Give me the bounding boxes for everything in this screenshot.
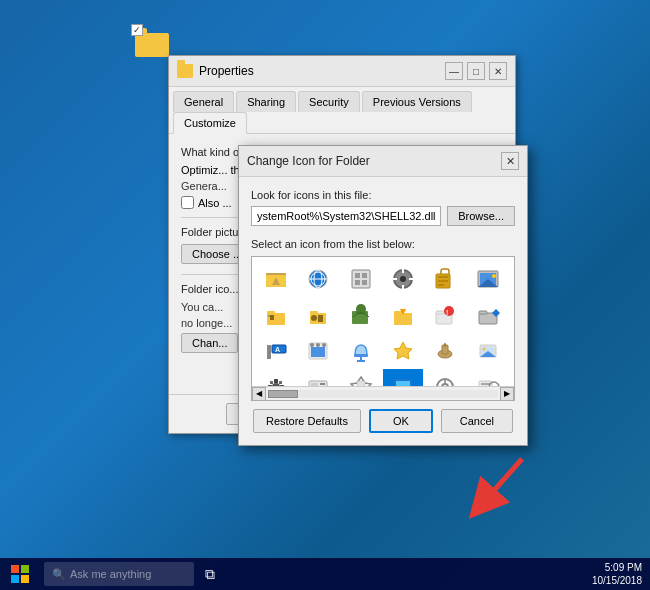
tab-customize[interactable]: Customize bbox=[173, 112, 247, 134]
svg-rect-9 bbox=[362, 273, 367, 278]
icon-cell-7[interactable] bbox=[298, 297, 338, 333]
also-label: Also ... bbox=[198, 197, 232, 209]
title-left: Properties bbox=[177, 64, 254, 78]
icon-cell-12[interactable]: A bbox=[256, 333, 296, 369]
icon-cell-17[interactable] bbox=[468, 333, 508, 369]
icon-cell-1[interactable] bbox=[298, 261, 338, 297]
properties-titlebar: Properties — □ ✕ bbox=[169, 56, 515, 87]
svg-rect-52 bbox=[311, 347, 325, 357]
scroll-track[interactable] bbox=[268, 390, 498, 398]
svg-rect-56 bbox=[354, 354, 368, 357]
svg-point-64 bbox=[482, 348, 485, 351]
file-path-row: Browse... bbox=[251, 206, 515, 226]
file-path-input[interactable] bbox=[251, 206, 441, 226]
icon-cell-2[interactable] bbox=[341, 261, 381, 297]
svg-text:!: ! bbox=[446, 309, 448, 316]
tab-security[interactable]: Security bbox=[298, 91, 360, 112]
svg-rect-20 bbox=[438, 276, 448, 278]
icon-cell-14[interactable] bbox=[341, 333, 381, 369]
close-button[interactable]: ✕ bbox=[489, 62, 507, 80]
svg-rect-100 bbox=[21, 575, 29, 583]
red-arrow-indicator bbox=[462, 449, 532, 522]
svg-text:A: A bbox=[275, 346, 280, 353]
svg-rect-28 bbox=[267, 311, 275, 315]
properties-title: Properties bbox=[199, 64, 254, 78]
icon-cell-10[interactable]: ! bbox=[425, 297, 465, 333]
svg-rect-45 bbox=[479, 311, 487, 314]
svg-rect-38 bbox=[394, 311, 402, 314]
tabs-container: General Sharing Security Previous Versio… bbox=[169, 87, 515, 134]
svg-point-14 bbox=[400, 276, 406, 282]
icon-cell-8[interactable] bbox=[341, 297, 381, 333]
dialog-ok-button[interactable]: OK bbox=[369, 409, 433, 433]
svg-rect-16 bbox=[402, 285, 404, 289]
icon-scrollbar: ◀ ▶ bbox=[252, 386, 514, 400]
icon-cell-4[interactable] bbox=[425, 261, 465, 297]
tab-general[interactable]: General bbox=[173, 91, 234, 112]
svg-rect-17 bbox=[393, 278, 397, 280]
also-checkbox[interactable] bbox=[181, 196, 194, 209]
maximize-button[interactable]: □ bbox=[467, 62, 485, 80]
svg-rect-11 bbox=[362, 280, 367, 285]
folder-checkbox[interactable]: ✓ bbox=[131, 24, 143, 36]
svg-rect-29 bbox=[270, 315, 274, 320]
change-icon-button[interactable]: Chan... bbox=[181, 333, 238, 353]
search-placeholder: Ask me anything bbox=[70, 568, 151, 580]
taskbar-right: 5:09 PM 10/15/2018 bbox=[592, 561, 650, 587]
svg-rect-68 bbox=[274, 379, 278, 383]
icon-cell-6[interactable] bbox=[256, 297, 296, 333]
taskbar: 🔍 Ask me anything ⧉ 5:09 PM 10/15/2018 bbox=[0, 558, 650, 590]
svg-rect-10 bbox=[355, 280, 360, 285]
scroll-left-button[interactable]: ◀ bbox=[252, 387, 266, 401]
dialog-cancel-button[interactable]: Cancel bbox=[441, 409, 513, 433]
dialog-title: Change Icon for Folder bbox=[247, 154, 370, 168]
svg-rect-15 bbox=[402, 269, 404, 273]
browse-button[interactable]: Browse... bbox=[447, 206, 515, 226]
select-icon-label: Select an icon from the list below: bbox=[251, 238, 515, 250]
svg-rect-8 bbox=[355, 273, 360, 278]
svg-rect-41 bbox=[436, 311, 444, 314]
task-view-button[interactable]: ⧉ bbox=[194, 558, 226, 590]
svg-point-30 bbox=[268, 315, 270, 317]
look-for-label: Look for icons in this file: bbox=[251, 189, 515, 201]
minimize-button[interactable]: — bbox=[445, 62, 463, 80]
windows-logo-icon bbox=[11, 565, 29, 583]
svg-rect-21 bbox=[438, 280, 448, 282]
dialog-close-button[interactable]: ✕ bbox=[501, 152, 519, 170]
icon-cell-5[interactable] bbox=[468, 261, 508, 297]
svg-rect-32 bbox=[310, 311, 318, 314]
taskbar-search[interactable]: 🔍 Ask me anything bbox=[44, 562, 194, 586]
icon-cell-9[interactable] bbox=[383, 297, 423, 333]
restore-defaults-button[interactable]: Restore Defaults bbox=[253, 409, 361, 433]
svg-rect-99 bbox=[11, 575, 19, 583]
change-icon-dialog: Change Icon for Folder ✕ Look for icons … bbox=[238, 145, 528, 446]
svg-rect-18 bbox=[409, 278, 413, 280]
svg-rect-34 bbox=[318, 315, 323, 322]
scroll-right-button[interactable]: ▶ bbox=[500, 387, 514, 401]
icon-cell-15[interactable] bbox=[383, 333, 423, 369]
title-folder-icon bbox=[177, 64, 193, 78]
tab-sharing[interactable]: Sharing bbox=[236, 91, 296, 112]
icons-grid: ! A bbox=[252, 257, 514, 401]
scroll-thumb[interactable] bbox=[268, 390, 298, 398]
date-display: 10/15/2018 bbox=[592, 574, 642, 587]
tab-previous-versions[interactable]: Previous Versions bbox=[362, 91, 472, 112]
icon-cell-13[interactable] bbox=[298, 333, 338, 369]
svg-rect-97 bbox=[11, 565, 19, 573]
time-display: 5:09 PM bbox=[605, 561, 642, 574]
svg-rect-71 bbox=[279, 381, 282, 384]
svg-rect-61 bbox=[444, 343, 446, 347]
start-button[interactable] bbox=[0, 558, 40, 590]
taskbar-time: 5:09 PM 10/15/2018 bbox=[592, 561, 642, 587]
icon-cell-0[interactable] bbox=[256, 261, 296, 297]
window-controls: — □ ✕ bbox=[445, 62, 507, 80]
svg-point-55 bbox=[322, 343, 326, 347]
svg-rect-98 bbox=[21, 565, 29, 573]
icons-grid-container: ! A bbox=[251, 256, 515, 401]
icon-cell-3[interactable] bbox=[383, 261, 423, 297]
dialog-titlebar: Change Icon for Folder ✕ bbox=[239, 146, 527, 177]
icon-cell-11[interactable] bbox=[468, 297, 508, 333]
svg-point-26 bbox=[492, 274, 496, 278]
icon-cell-16[interactable] bbox=[425, 333, 465, 369]
svg-rect-47 bbox=[267, 345, 271, 359]
